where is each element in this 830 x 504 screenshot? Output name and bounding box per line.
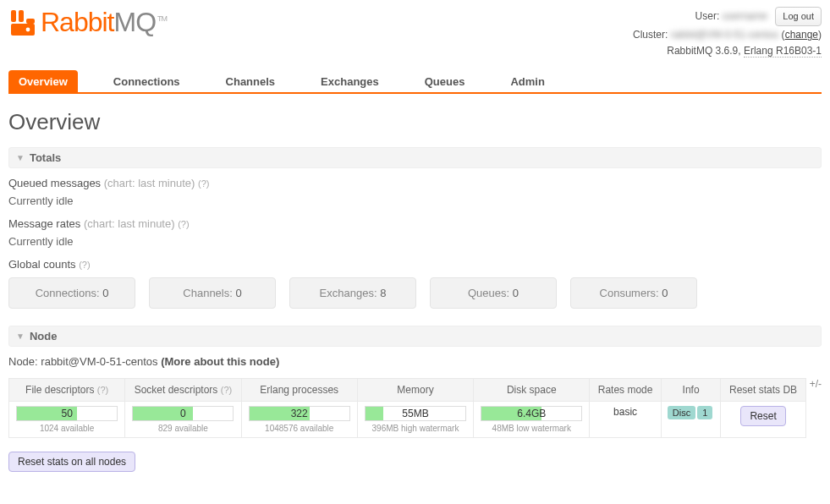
disk-bar: 6.4GB	[481, 406, 582, 421]
message-rates-hint: (chart: last minute)	[84, 217, 175, 230]
info-disc-badge: Disc	[668, 406, 695, 419]
count-channels-value: 0	[235, 287, 241, 299]
count-consumers[interactable]: Consumers: 0	[570, 277, 697, 309]
chevron-down-icon: ▼	[16, 153, 25, 162]
columns-toggle[interactable]: +/-	[806, 378, 822, 390]
count-queues-value: 0	[513, 287, 519, 299]
user-label: User:	[695, 10, 720, 22]
count-consumers-value: 0	[662, 287, 668, 299]
count-connections-label: Connections:	[36, 287, 100, 299]
node-name-value: rabbit@VM-0-51-centos	[41, 355, 157, 368]
sd-value: 0	[133, 408, 233, 419]
count-queues[interactable]: Queues: 0	[430, 277, 557, 309]
node-more-link[interactable]: (More about this node)	[161, 355, 279, 368]
ep-avail: 1048576 available	[247, 424, 352, 433]
node-table: File descriptors (?) Socket descriptors …	[8, 378, 806, 438]
cluster-label: Cluster:	[633, 29, 668, 41]
tab-channels[interactable]: Channels	[216, 70, 286, 92]
queued-messages-label: Queued messages	[8, 177, 101, 189]
count-channels-label: Channels:	[183, 287, 233, 299]
rates-mode-value: basic	[590, 401, 661, 437]
mem-value: 55MB	[366, 408, 465, 419]
mem-bar: 55MB	[365, 406, 466, 421]
col-disk: Disk space	[474, 378, 590, 401]
count-exchanges[interactable]: Exchanges: 8	[289, 277, 416, 309]
sd-bar: 0	[132, 406, 234, 421]
svg-point-4	[26, 27, 30, 31]
logo-text-light: MQ	[114, 7, 157, 37]
col-info: Info	[661, 378, 721, 401]
tab-overview[interactable]: Overview	[8, 70, 78, 92]
col-fd: File descriptors (?)	[9, 378, 125, 401]
help-icon[interactable]: (?)	[79, 260, 90, 270]
rabbit-icon	[8, 8, 37, 37]
svg-rect-0	[11, 10, 16, 22]
count-channels[interactable]: Channels: 0	[149, 277, 276, 309]
tab-exchanges[interactable]: Exchanges	[311, 70, 389, 92]
help-icon[interactable]: (?)	[221, 385, 232, 395]
count-consumers-label: Consumers:	[600, 287, 659, 299]
reset-all-button[interactable]: Reset stats on all nodes	[8, 452, 135, 472]
ep-value: 322	[250, 408, 349, 419]
chevron-down-icon: ▼	[16, 331, 25, 341]
logo-tm: TM	[157, 14, 167, 23]
reset-button[interactable]: Reset	[740, 406, 785, 426]
logo-text-strong: Rabbit	[41, 7, 114, 37]
queued-messages-hint: (chart: last minute)	[104, 177, 195, 189]
col-mem: Memory	[357, 378, 473, 401]
section-node-header[interactable]: ▼ Node	[8, 326, 822, 347]
count-connections-value: 0	[102, 287, 108, 299]
help-icon[interactable]: (?)	[178, 219, 189, 229]
nav-tabs: Overview Connections Channels Exchanges …	[8, 70, 822, 94]
section-totals-label: Totals	[30, 151, 61, 164]
version-erlang: Erlang R16B03-1	[744, 45, 822, 58]
change-cluster-link[interactable]: change	[785, 29, 818, 41]
section-node-label: Node	[30, 330, 58, 342]
mem-avail: 396MB high watermark	[363, 424, 468, 433]
rates-idle-text: Currently idle	[8, 235, 822, 248]
disk-avail: 48MB low watermark	[479, 424, 584, 433]
section-totals-header[interactable]: ▼ Totals	[8, 147, 822, 168]
cluster-value: rabbit@VM-0-51-centos	[671, 29, 779, 41]
logout-button[interactable]: Log out	[775, 7, 822, 26]
page-title: Overview	[8, 109, 822, 135]
svg-rect-3	[26, 19, 35, 24]
count-exchanges-label: Exchanges:	[320, 287, 377, 299]
user-value: username	[723, 10, 767, 22]
count-exchanges-value: 8	[380, 287, 386, 299]
version-rabbit: RabbitMQ 3.6.9,	[667, 45, 740, 57]
help-icon[interactable]: (?)	[198, 178, 209, 189]
table-row: 50 1024 available 0 829 available 322 10…	[9, 401, 806, 437]
svg-rect-1	[19, 10, 24, 22]
info-count-badge: 1	[697, 406, 712, 419]
col-rates: Rates mode	[590, 378, 661, 401]
count-connections[interactable]: Connections: 0	[8, 277, 135, 309]
fd-value: 50	[17, 408, 117, 419]
logo: RabbitMQTM	[8, 7, 167, 38]
count-queues-label: Queues:	[468, 287, 509, 299]
tab-admin[interactable]: Admin	[500, 70, 554, 92]
fd-bar: 50	[16, 406, 118, 421]
help-icon[interactable]: (?)	[97, 385, 108, 395]
col-reset: Reset stats DB	[721, 378, 805, 401]
tab-queues[interactable]: Queues	[415, 70, 475, 92]
fd-avail: 1024 available	[14, 424, 119, 433]
node-name-label: Node:	[8, 355, 38, 368]
queued-idle-text: Currently idle	[8, 194, 822, 207]
col-ep: Erlang processes	[241, 378, 357, 401]
global-counts-label: Global counts	[8, 258, 76, 271]
tab-connections[interactable]: Connections	[103, 70, 190, 92]
svg-rect-2	[11, 24, 35, 36]
col-sd: Socket descriptors (?)	[125, 378, 241, 401]
message-rates-label: Message rates	[8, 217, 80, 230]
ep-bar: 322	[249, 406, 350, 421]
sd-avail: 829 available	[130, 424, 235, 433]
disk-value: 6.4GB	[481, 408, 581, 419]
